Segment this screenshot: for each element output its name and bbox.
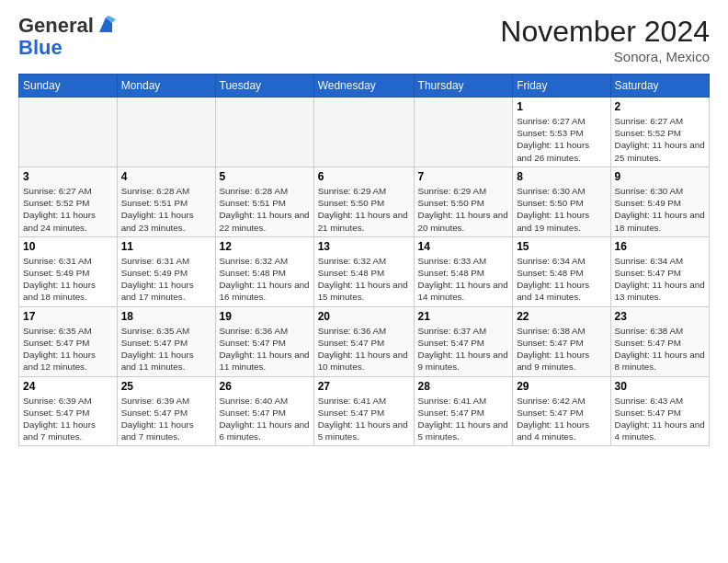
day-info: Sunrise: 6:32 AM Sunset: 5:48 PM Dayligh… (318, 255, 410, 304)
day-info: Sunrise: 6:31 AM Sunset: 5:49 PM Dayligh… (121, 255, 211, 304)
day-info: Sunrise: 6:29 AM Sunset: 5:50 PM Dayligh… (318, 185, 410, 234)
calendar-header-saturday: Saturday (610, 75, 709, 98)
calendar-cell: 12Sunrise: 6:32 AM Sunset: 5:48 PM Dayli… (215, 236, 313, 306)
calendar-cell: 6Sunrise: 6:29 AM Sunset: 5:50 PM Daylig… (313, 167, 414, 236)
calendar-cell (414, 98, 513, 167)
calendar-header-row: SundayMondayTuesdayWednesdayThursdayFrid… (19, 75, 710, 98)
day-info: Sunrise: 6:31 AM Sunset: 5:49 PM Dayligh… (23, 255, 113, 304)
day-number: 22 (517, 310, 606, 323)
day-number: 3 (23, 170, 113, 183)
logo-general-text: General (18, 15, 94, 37)
day-number: 25 (121, 380, 211, 393)
day-info: Sunrise: 6:34 AM Sunset: 5:47 PM Dayligh… (615, 255, 705, 304)
calendar-header-friday: Friday (513, 75, 610, 98)
calendar-cell: 24Sunrise: 6:39 AM Sunset: 5:47 PM Dayli… (19, 376, 118, 446)
calendar-week-row: 17Sunrise: 6:35 AM Sunset: 5:47 PM Dayli… (19, 306, 710, 376)
day-number: 15 (517, 240, 606, 253)
calendar-cell (313, 98, 414, 167)
logo-icon (96, 16, 116, 36)
day-info: Sunrise: 6:35 AM Sunset: 5:47 PM Dayligh… (23, 325, 113, 373)
calendar-cell: 10Sunrise: 6:31 AM Sunset: 5:49 PM Dayli… (19, 236, 118, 306)
day-info: Sunrise: 6:30 AM Sunset: 5:50 PM Dayligh… (517, 185, 606, 234)
calendar-cell: 22Sunrise: 6:38 AM Sunset: 5:47 PM Dayli… (513, 306, 610, 376)
day-number: 11 (121, 240, 211, 253)
day-info: Sunrise: 6:30 AM Sunset: 5:49 PM Dayligh… (615, 185, 705, 234)
day-number: 20 (318, 310, 410, 323)
calendar-week-row: 1Sunrise: 6:27 AM Sunset: 5:53 PM Daylig… (19, 98, 710, 167)
day-info: Sunrise: 6:33 AM Sunset: 5:48 PM Dayligh… (418, 255, 509, 304)
day-info: Sunrise: 6:27 AM Sunset: 5:52 PM Dayligh… (23, 185, 113, 234)
calendar-cell: 14Sunrise: 6:33 AM Sunset: 5:48 PM Dayli… (414, 236, 513, 306)
calendar-cell: 4Sunrise: 6:28 AM Sunset: 5:51 PM Daylig… (117, 167, 215, 236)
calendar-cell: 1Sunrise: 6:27 AM Sunset: 5:53 PM Daylig… (513, 98, 610, 167)
day-number: 8 (517, 170, 606, 183)
header: General Blue November 2024 Sonora, Mexic… (18, 15, 710, 64)
calendar-cell: 20Sunrise: 6:36 AM Sunset: 5:47 PM Dayli… (313, 306, 414, 376)
day-info: Sunrise: 6:40 AM Sunset: 5:47 PM Dayligh… (220, 395, 310, 443)
day-number: 23 (615, 310, 705, 323)
day-number: 5 (220, 170, 310, 183)
day-info: Sunrise: 6:29 AM Sunset: 5:50 PM Dayligh… (418, 185, 509, 234)
calendar-cell: 8Sunrise: 6:30 AM Sunset: 5:50 PM Daylig… (513, 167, 610, 236)
day-number: 27 (318, 380, 410, 393)
day-number: 16 (615, 240, 705, 253)
calendar-cell: 9Sunrise: 6:30 AM Sunset: 5:49 PM Daylig… (610, 167, 709, 236)
month-title: November 2024 (500, 15, 710, 49)
day-info: Sunrise: 6:27 AM Sunset: 5:53 PM Dayligh… (517, 115, 606, 164)
calendar-cell: 29Sunrise: 6:42 AM Sunset: 5:47 PM Dayli… (513, 376, 610, 446)
calendar-week-row: 10Sunrise: 6:31 AM Sunset: 5:49 PM Dayli… (19, 236, 710, 306)
calendar-cell: 28Sunrise: 6:41 AM Sunset: 5:47 PM Dayli… (414, 376, 513, 446)
day-number: 1 (517, 100, 606, 113)
calendar-cell: 19Sunrise: 6:36 AM Sunset: 5:47 PM Dayli… (215, 306, 313, 376)
day-number: 28 (418, 380, 509, 393)
day-number: 24 (23, 380, 113, 393)
calendar-cell: 17Sunrise: 6:35 AM Sunset: 5:47 PM Dayli… (19, 306, 118, 376)
day-number: 7 (418, 170, 509, 183)
day-number: 12 (220, 240, 310, 253)
day-info: Sunrise: 6:34 AM Sunset: 5:48 PM Dayligh… (517, 255, 606, 304)
day-info: Sunrise: 6:39 AM Sunset: 5:47 PM Dayligh… (23, 395, 113, 443)
day-number: 6 (318, 170, 410, 183)
calendar-cell: 25Sunrise: 6:39 AM Sunset: 5:47 PM Dayli… (117, 376, 215, 446)
day-info: Sunrise: 6:37 AM Sunset: 5:47 PM Dayligh… (418, 325, 509, 373)
calendar-cell (215, 98, 313, 167)
calendar-cell: 15Sunrise: 6:34 AM Sunset: 5:48 PM Dayli… (513, 236, 610, 306)
day-info: Sunrise: 6:41 AM Sunset: 5:47 PM Dayligh… (418, 395, 509, 443)
day-number: 14 (418, 240, 509, 253)
day-info: Sunrise: 6:43 AM Sunset: 5:47 PM Dayligh… (615, 395, 705, 443)
calendar-week-row: 24Sunrise: 6:39 AM Sunset: 5:47 PM Dayli… (19, 376, 710, 446)
day-number: 29 (517, 380, 606, 393)
calendar-cell: 7Sunrise: 6:29 AM Sunset: 5:50 PM Daylig… (414, 167, 513, 236)
calendar-cell: 21Sunrise: 6:37 AM Sunset: 5:47 PM Dayli… (414, 306, 513, 376)
day-info: Sunrise: 6:32 AM Sunset: 5:48 PM Dayligh… (220, 255, 310, 304)
day-info: Sunrise: 6:27 AM Sunset: 5:52 PM Dayligh… (615, 115, 705, 164)
calendar-week-row: 3Sunrise: 6:27 AM Sunset: 5:52 PM Daylig… (19, 167, 710, 236)
calendar-cell: 23Sunrise: 6:38 AM Sunset: 5:47 PM Dayli… (610, 306, 709, 376)
day-number: 26 (220, 380, 310, 393)
day-info: Sunrise: 6:28 AM Sunset: 5:51 PM Dayligh… (220, 185, 310, 234)
calendar-cell: 13Sunrise: 6:32 AM Sunset: 5:48 PM Dayli… (313, 236, 414, 306)
calendar-header-monday: Monday (117, 75, 215, 98)
day-info: Sunrise: 6:41 AM Sunset: 5:47 PM Dayligh… (318, 395, 410, 443)
calendar-cell: 30Sunrise: 6:43 AM Sunset: 5:47 PM Dayli… (610, 376, 709, 446)
day-info: Sunrise: 6:36 AM Sunset: 5:47 PM Dayligh… (220, 325, 310, 373)
day-number: 21 (418, 310, 509, 323)
calendar-cell: 5Sunrise: 6:28 AM Sunset: 5:51 PM Daylig… (215, 167, 313, 236)
day-info: Sunrise: 6:42 AM Sunset: 5:47 PM Dayligh… (517, 395, 606, 443)
logo: General Blue (18, 15, 116, 59)
day-info: Sunrise: 6:39 AM Sunset: 5:47 PM Dayligh… (121, 395, 211, 443)
calendar-header-tuesday: Tuesday (215, 75, 313, 98)
calendar-cell: 11Sunrise: 6:31 AM Sunset: 5:49 PM Dayli… (117, 236, 215, 306)
calendar-header-wednesday: Wednesday (313, 75, 414, 98)
location: Sonora, Mexico (500, 49, 710, 64)
day-info: Sunrise: 6:35 AM Sunset: 5:47 PM Dayligh… (121, 325, 211, 373)
calendar-cell: 3Sunrise: 6:27 AM Sunset: 5:52 PM Daylig… (19, 167, 118, 236)
day-number: 19 (220, 310, 310, 323)
calendar-cell (117, 98, 215, 167)
day-number: 13 (318, 240, 410, 253)
day-number: 10 (23, 240, 113, 253)
day-number: 4 (121, 170, 211, 183)
day-info: Sunrise: 6:28 AM Sunset: 5:51 PM Dayligh… (121, 185, 211, 234)
calendar-header-thursday: Thursday (414, 75, 513, 98)
day-number: 17 (23, 310, 113, 323)
